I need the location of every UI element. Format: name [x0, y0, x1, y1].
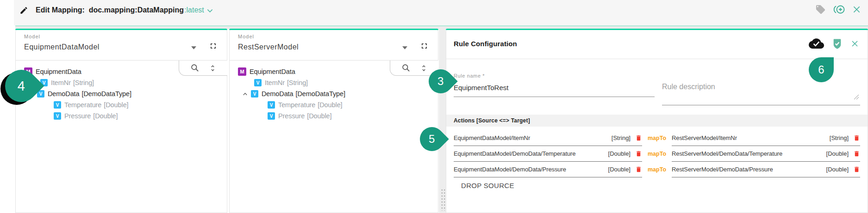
delete-target-icon[interactable]	[853, 166, 860, 173]
search-icon[interactable]	[190, 63, 200, 73]
node-type: [String]	[73, 79, 94, 86]
node-type: [Double]	[318, 101, 342, 109]
action-target[interactable]: RestServerModel/DemoData/Pressure [Doubl…	[672, 162, 860, 177]
cloud-done-icon[interactable]	[809, 38, 824, 49]
tree-node-pressure[interactable]: V Pressure [Double]	[230, 110, 438, 122]
node-type: [DemoDataType]	[82, 90, 131, 97]
splitter-drag-handle-icon[interactable]	[441, 189, 445, 211]
action-source[interactable]: EquipmentDataModel/ItemNr [String]	[454, 130, 642, 146]
map-operator: mapTo	[648, 135, 666, 141]
rule-actions	[809, 37, 859, 51]
delete-target-icon[interactable]	[853, 134, 860, 141]
source-path: EquipmentDataModel/DemoData/Pressure	[454, 166, 566, 173]
action-target[interactable]: RestServerModel/DemoData/Temperature [Do…	[672, 146, 860, 162]
tree-node-temperature[interactable]: V Temperature [Double]	[16, 99, 227, 110]
source-path: EquipmentDataModel/DemoData/Temperature	[454, 150, 575, 157]
source-model-select[interactable]: EquipmentDataModel	[24, 43, 227, 51]
unfold-icon[interactable]	[209, 64, 217, 72]
action-source[interactable]: EquipmentDataModel/DemoData/Temperature …	[454, 146, 642, 162]
node-label: ItemNr	[51, 79, 71, 86]
target-model-fullscreen-icon[interactable]	[420, 42, 429, 50]
close-editor-icon[interactable]	[852, 5, 862, 14]
version-chevron-down-icon[interactable]	[207, 9, 213, 13]
mapping-version[interactable]: :latest	[184, 6, 204, 14]
source-tree-toolbar	[179, 61, 227, 76]
target-type: [Double]	[826, 150, 849, 157]
rule-description-input[interactable]	[662, 79, 860, 105]
rule-name-field: Rule name *	[454, 73, 655, 105]
collapse-icon[interactable]	[241, 90, 249, 98]
map-operator: mapTo	[648, 151, 666, 157]
node-label: Temperature	[64, 101, 101, 109]
edit-icon	[19, 6, 28, 15]
action-row: EquipmentDataModel/ItemNr [String] mapTo…	[454, 130, 860, 146]
source-model-header: Model EquipmentDataModel	[16, 29, 227, 61]
target-path: RestServerModel/DemoData/Temperature	[672, 150, 782, 157]
node-label: DemoData	[262, 90, 293, 97]
resize-handle-icon[interactable]	[854, 94, 859, 100]
source-path: EquipmentDataModel/ItemNr	[454, 134, 530, 141]
marker-number: 3	[437, 75, 443, 88]
panel-splitter[interactable]	[439, 27, 446, 213]
tree-node-temperature[interactable]: V Temperature [Double]	[230, 99, 438, 110]
rule-configuration-title: Rule Configuration	[454, 40, 517, 48]
node-label: EquipmentData	[36, 68, 81, 75]
tag-icon[interactable]	[815, 4, 826, 15]
target-path: RestServerModel/ItemNr	[672, 134, 737, 141]
node-type: [Double]	[104, 101, 128, 109]
marker-number: 5	[429, 133, 435, 146]
delete-source-icon[interactable]	[635, 150, 642, 157]
appbar: Edit Mapping: doc.mapping:DataMapping :l…	[0, 0, 868, 20]
tree-node-pressure[interactable]: V Pressure [Double]	[16, 110, 227, 122]
rule-name-label: Rule name *	[454, 73, 655, 79]
variable-badge: V	[268, 112, 275, 120]
actions-section-header: Actions [Source <=> Target]	[446, 115, 868, 127]
node-label: DemoData	[48, 90, 80, 97]
delete-source-icon[interactable]	[635, 166, 642, 173]
verified-check-icon[interactable]	[831, 37, 843, 51]
target-type: [Double]	[826, 166, 849, 173]
actions-title: Actions [Source <=> Target]	[454, 117, 530, 124]
delete-target-icon[interactable]	[853, 150, 860, 157]
rule-configuration-header: Rule Configuration	[446, 29, 868, 59]
target-model-select[interactable]: RestServerModel	[238, 43, 438, 51]
search-icon[interactable]	[401, 63, 411, 73]
action-source[interactable]: EquipmentDataModel/DemoData/Pressure [Do…	[454, 162, 642, 177]
actions-list: EquipmentDataModel/ItemNr [String] mapTo…	[446, 127, 868, 189]
tree-node-demodata[interactable]: V DemoData [DemoDataType]	[230, 88, 438, 99]
node-label: Temperature	[278, 101, 315, 109]
variable-badge: V	[268, 101, 275, 109]
delete-source-icon[interactable]	[635, 134, 642, 141]
drop-source-zone[interactable]: DROP SOURCE	[454, 177, 860, 189]
node-type: [String]	[287, 79, 308, 86]
source-type: [Double]	[608, 150, 631, 157]
tree-node-itemnr[interactable]: V ItemNr [String]	[16, 77, 227, 88]
variable-badge: V	[54, 112, 61, 120]
rule-name-input[interactable]	[454, 79, 655, 97]
marker-number: 6	[818, 63, 824, 76]
model-badge: M	[238, 67, 246, 76]
action-target[interactable]: RestServerModel/ItemNr [String]	[672, 130, 860, 146]
source-model-panel: Model EquipmentDataModel M EquipmentData…	[15, 29, 227, 213]
node-type: [Double]	[93, 112, 118, 120]
node-label: ItemNr	[265, 79, 285, 86]
marker-number: 4	[18, 78, 25, 93]
tree-node-itemnr[interactable]: V ItemNr [String]	[230, 77, 438, 88]
action-row: EquipmentDataModel/DemoData/Pressure [Do…	[454, 162, 860, 177]
variable-badge: V	[251, 90, 258, 97]
target-path: RestServerModel/DemoData/Pressure	[672, 166, 773, 173]
source-type: [String]	[612, 134, 631, 141]
tree-node-demodata[interactable]: V DemoData [DemoDataType]	[16, 88, 227, 99]
action-row: EquipmentDataModel/DemoData/Temperature …	[454, 146, 860, 162]
source-model-fullscreen-icon[interactable]	[209, 42, 218, 50]
target-model-dropdown-arrow-icon[interactable]	[402, 46, 407, 49]
unfold-icon[interactable]	[420, 64, 428, 72]
node-type: [DemoDataType]	[296, 90, 345, 97]
source-model-dropdown-arrow-icon[interactable]	[191, 46, 196, 49]
node-label: EquipmentData	[250, 68, 295, 75]
close-rule-icon[interactable]	[850, 39, 859, 48]
rule-fields: Rule name *	[446, 59, 868, 105]
duplicate-version-icon[interactable]	[833, 4, 845, 15]
annotation-marker-6: 6	[809, 57, 834, 82]
node-type: [Double]	[307, 112, 331, 120]
